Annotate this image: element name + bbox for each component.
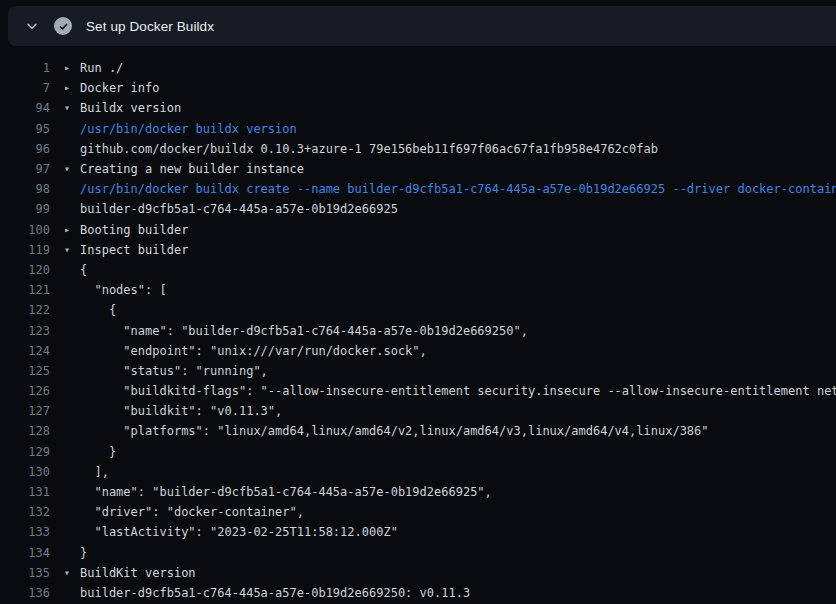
line-number[interactable]: 129 [0,445,50,459]
log-line-text: Inspect builder [80,243,188,257]
chevron-expanded-icon[interactable]: ▾ [64,240,80,260]
log-line-text: BuildKit version [80,566,196,580]
log-line-text: Booting builder [80,223,188,237]
line-number[interactable]: 126 [0,384,50,398]
log-line: 131 "name": "builder-d9cfb5a1-c764-445a-… [0,482,836,502]
log-line-text: } [80,445,116,459]
line-number[interactable]: 132 [0,505,50,519]
line-number[interactable]: 127 [0,404,50,418]
line-number[interactable]: 97 [0,162,50,176]
chevron-collapsed-icon[interactable]: ▸ [64,220,80,240]
log-line: 136 builder-d9cfb5a1-c764-445a-a57e-0b19… [0,583,836,603]
check-circle-icon [54,17,72,35]
log-line-text: /usr/bin/docker buildx create --name bui… [80,182,836,196]
log-line: 124 "endpoint": "unix:///var/run/docker.… [0,341,836,361]
log-line-text: "buildkitd-flags": "--allow-insecure-ent… [80,384,836,398]
line-number[interactable]: 95 [0,122,50,136]
log-line[interactable]: 7 ▸ Docker info [0,78,836,98]
log-line: 122 { [0,300,836,320]
log-line-text: "status": "running", [80,364,268,378]
line-number[interactable]: 125 [0,364,50,378]
log-line: 99 builder-d9cfb5a1-c764-445a-a57e-0b19d… [0,199,836,219]
chevron-expanded-icon[interactable]: ▾ [64,98,80,118]
line-number[interactable]: 131 [0,485,50,499]
log-line-text: "nodes": [ [80,283,167,297]
line-number[interactable]: 1 [0,61,50,75]
step-header[interactable]: Set up Docker Buildx [8,6,836,46]
log-line: 133 "lastActivity": "2023-02-25T11:58:12… [0,522,836,542]
log-line-text: builder-d9cfb5a1-c764-445a-a57e-0b19d2e6… [80,586,470,600]
log-line: 125 "status": "running", [0,361,836,381]
log-line: 128 "platforms": "linux/amd64,linux/amd6… [0,421,836,441]
log-line[interactable]: 1 ▸ Run ./ [0,58,836,78]
log-line-text: "driver": "docker-container", [80,505,304,519]
line-number[interactable]: 96 [0,142,50,156]
chevron-expanded-icon[interactable]: ▾ [64,159,80,179]
log-line: 120 { [0,260,836,280]
log-line-text: Run ./ [80,61,123,75]
log-line-text: } [80,546,87,560]
log-line-text: "lastActivity": "2023-02-25T11:58:12.000… [80,525,398,539]
chevron-expanded-icon[interactable]: ▾ [64,563,80,583]
log-line-text: builder-d9cfb5a1-c764-445a-a57e-0b19d2e6… [80,202,398,216]
line-number[interactable]: 100 [0,223,50,237]
line-number[interactable]: 121 [0,283,50,297]
line-number[interactable]: 128 [0,424,50,438]
log-line: 132 "driver": "docker-container", [0,502,836,522]
line-number[interactable]: 136 [0,586,50,600]
log-line-text: { [80,303,116,317]
line-number[interactable]: 133 [0,525,50,539]
log-line: 96 github.com/docker/buildx 0.10.3+azure… [0,139,836,159]
log-line: 134 } [0,543,836,563]
log-line-text: "name": "builder-d9cfb5a1-c764-445a-a57e… [80,485,492,499]
chevron-collapsed-icon[interactable]: ▸ [64,58,80,78]
line-number[interactable]: 94 [0,101,50,115]
line-number[interactable]: 134 [0,546,50,560]
log-line-text: Docker info [80,81,159,95]
log-line[interactable]: 135 ▾ BuildKit version [0,563,836,583]
log-line[interactable]: 97 ▾ Creating a new builder instance [0,159,836,179]
log-line: 95 /usr/bin/docker buildx version [0,119,836,139]
line-number[interactable]: 98 [0,182,50,196]
log-line-text: /usr/bin/docker buildx version [80,122,297,136]
line-number[interactable]: 7 [0,81,50,95]
log-line-text: "name": "builder-d9cfb5a1-c764-445a-a57e… [80,324,528,338]
log-line-text: Creating a new builder instance [80,162,304,176]
log-line: 121 "nodes": [ [0,280,836,300]
log-line: 130 ], [0,462,836,482]
log-line-text: { [80,263,87,277]
line-number[interactable]: 122 [0,303,50,317]
line-number[interactable]: 99 [0,202,50,216]
log-line-text: ], [80,465,109,479]
line-number[interactable]: 119 [0,243,50,257]
line-number[interactable]: 130 [0,465,50,479]
log-line-text: "buildkit": "v0.11.3", [80,404,282,418]
log-line-text: "platforms": "linux/amd64,linux/amd64/v2… [80,424,709,438]
log-line-text: "endpoint": "unix:///var/run/docker.sock… [80,344,427,358]
log-line[interactable]: 94 ▾ Buildx version [0,98,836,118]
log-line[interactable]: 100 ▸ Booting builder [0,220,836,240]
log-line-text: Buildx version [80,101,181,115]
chevron-down-icon[interactable] [24,18,40,34]
log-line: 123 "name": "builder-d9cfb5a1-c764-445a-… [0,320,836,340]
line-number[interactable]: 135 [0,566,50,580]
line-number[interactable]: 124 [0,344,50,358]
log-line[interactable]: 119 ▾ Inspect builder [0,240,836,260]
log-line: 98 /usr/bin/docker buildx create --name … [0,179,836,199]
log-line-text: github.com/docker/buildx 0.10.3+azure-1 … [80,142,658,156]
actions-log-viewer: Set up Docker Buildx 1 ▸ Run ./ 7 ▸ Dock… [0,0,836,604]
log-lines-container: 1 ▸ Run ./ 7 ▸ Docker info 94 ▾ Buildx v… [0,46,836,604]
chevron-collapsed-icon[interactable]: ▸ [64,78,80,98]
line-number[interactable]: 120 [0,263,50,277]
step-title: Set up Docker Buildx [86,19,214,34]
log-line: 127 "buildkit": "v0.11.3", [0,401,836,421]
log-line: 129 } [0,442,836,462]
log-line: 126 "buildkitd-flags": "--allow-insecure… [0,381,836,401]
line-number[interactable]: 123 [0,324,50,338]
